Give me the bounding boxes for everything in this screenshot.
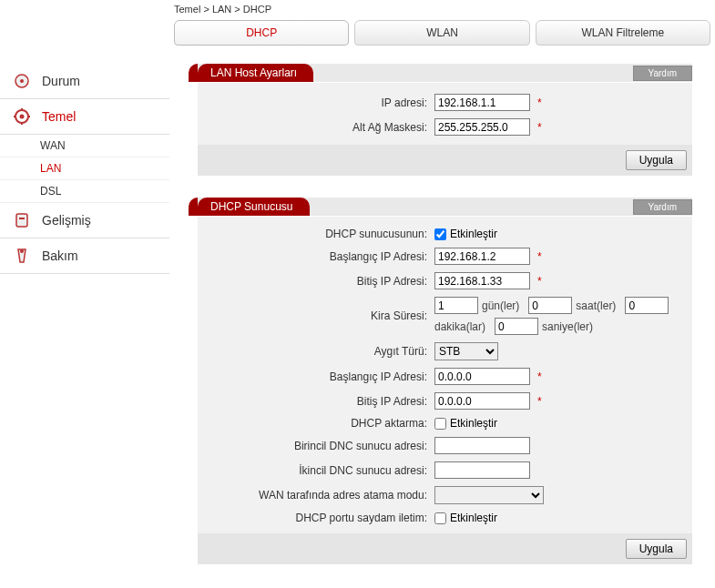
wan-mode-select[interactable] [434,486,544,504]
section-dhcp-server: DHCP Sunucusu Yardım DHCP sunucusunun: E… [198,198,692,564]
primary-dns-input[interactable] [434,437,530,454]
section-header: DHCP Sunucusu Yardım [198,198,692,216]
breadcrumb: Temel > LAN > DHCP [174,0,710,18]
section-lan-host: LAN Host Ayarları Yardım IP adresi: * Al… [198,64,692,176]
label-dhcp-server: DHCP sunucusunun: [198,228,434,240]
lease-minutes-input[interactable] [625,297,669,314]
start-ip-input[interactable] [434,248,530,265]
svg-rect-9 [19,218,25,219]
main-content: Temel > LAN > DHCP DHCP WLAN WLAN Filtre… [169,0,715,586]
svg-point-1 [20,79,24,83]
apply-button[interactable]: Uygula [626,539,687,559]
required-mark: * [537,250,542,263]
label-device-type: Aygıt Türü: [198,345,434,358]
subnav: WAN LAN DSL [0,135,169,203]
svg-point-3 [20,115,25,119]
end-ip-input[interactable] [434,272,530,289]
ip-address-input[interactable] [434,94,530,111]
sidebar-item-gelismis[interactable]: Gelişmiş [0,203,169,238]
section-title: LAN Host Ayarları [198,64,313,82]
form-body: DHCP sunucusunun: Etkinleştir Başlangıç … [198,217,692,564]
label-end-ip: Bitiş IP Adresi: [198,275,434,288]
status-icon [9,70,35,92]
subnav-item-dsl[interactable]: DSL [0,180,169,203]
required-mark: * [537,370,542,383]
label-wan-mode: WAN tarafında adres atama modu: [198,489,434,502]
dev-end-ip-input[interactable] [434,392,530,410]
subnav-item-lan[interactable]: LAN [0,157,169,180]
lease-days-input[interactable] [434,297,478,314]
label-dev-start-ip: Başlangıç IP Adresi: [198,370,434,383]
unit-minutes: dakika(lar) [434,320,485,333]
tab-dhcp[interactable]: DHCP [174,20,349,46]
sidebar-item-durum[interactable]: Durum [0,64,169,99]
label-secondary-dns: İkincil DNC sunucu adresi: [198,464,434,477]
unit-days: gün(ler) [482,299,519,312]
subnet-mask-input[interactable] [434,118,530,136]
relay-checkbox-wrap[interactable]: Etkinleştir [434,417,497,430]
sidebar-item-temel[interactable]: Temel [0,99,169,135]
section-title: DHCP Sunucusu [198,198,310,216]
dev-start-ip-input[interactable] [434,368,530,385]
sidebar-item-label: Gelişmiş [42,213,91,228]
label-dhcp-relay: DHCP aktarma: [198,417,434,430]
tabs: DHCP WLAN WLAN Filtreleme [174,20,710,46]
sidebar-item-label: Bakım [42,248,78,263]
subnav-item-wan[interactable]: WAN [0,135,169,157]
label-start-ip: Başlangıç IP Adresi: [198,250,434,263]
required-mark: * [537,96,542,109]
tab-wlan[interactable]: WLAN [354,20,529,46]
svg-rect-8 [16,214,27,227]
maintenance-icon [9,245,35,267]
unit-hours: saat(ler) [576,299,616,312]
sidebar: Durum Temel WAN LAN DSL Gelişmiş Bakım [0,0,169,586]
tab-wlan-filter[interactable]: WLAN Filtreleme [536,20,710,46]
label-transparent: DHCP portu saydam iletim: [198,512,434,524]
device-type-select[interactable]: STB [434,342,498,360]
unit-seconds: saniye(ler) [542,320,593,333]
transparent-checkbox-wrap[interactable]: Etkinleştir [434,512,497,524]
secondary-dns-input[interactable] [434,461,530,479]
label-primary-dns: Birincil DNC sunucu adresi: [198,440,434,452]
form-body: IP adresi: * Alt Ağ Maskesi: * Uygula [198,83,692,176]
help-button[interactable]: Yardım [633,199,693,215]
enable-dhcp-checkbox[interactable] [434,228,446,240]
apply-button[interactable]: Uygula [626,150,687,170]
label-dev-end-ip: Bitiş IP Adresi: [198,395,434,408]
enable-dhcp-checkbox-wrap[interactable]: Etkinleştir [434,228,497,240]
enable-label: Etkinleştir [450,512,497,524]
sidebar-item-bakim[interactable]: Bakım [0,238,169,274]
section-header: LAN Host Ayarları Yardım [198,64,692,82]
help-button[interactable]: Yardım [633,66,693,81]
enable-label: Etkinleştir [450,228,497,240]
lease-seconds-input[interactable] [495,318,538,335]
enable-label: Etkinleştir [450,417,497,430]
relay-checkbox[interactable] [434,418,446,430]
label-subnet-mask: Alt Ağ Maskesi: [198,121,434,134]
advanced-icon [9,209,35,231]
label-ip-address: IP adresi: [198,96,434,109]
sidebar-item-label: Temel [42,109,76,124]
svg-point-10 [20,249,24,253]
lease-hours-input[interactable] [528,297,572,314]
label-lease-time: Kira Süresi: [198,309,434,322]
required-mark: * [537,395,542,408]
sidebar-item-label: Durum [42,74,80,88]
required-mark: * [537,275,542,288]
gear-icon [9,106,35,127]
transparent-checkbox[interactable] [434,512,446,524]
required-mark: * [537,121,542,134]
